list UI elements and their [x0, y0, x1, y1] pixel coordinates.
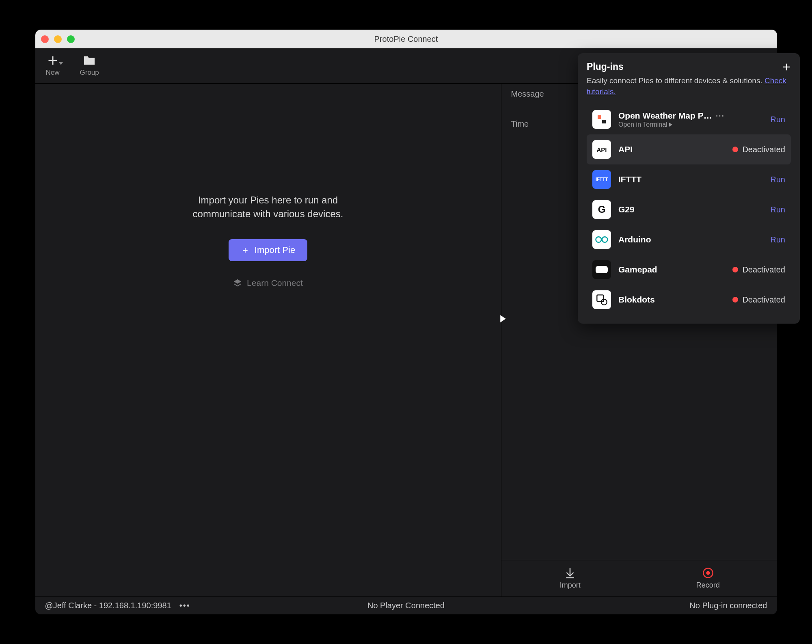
- plugin-status-label: Deactivated: [742, 265, 777, 274]
- plugin-row[interactable]: Blokdots Deactivated: [587, 285, 777, 315]
- titlebar: ProtoPie Connect: [35, 30, 777, 48]
- group-button[interactable]: Group: [80, 55, 99, 77]
- plugins-title: Plug-ins: [587, 61, 624, 72]
- right-action-bar: Import Record: [501, 560, 777, 596]
- left-pane: Import your Pies here to run and communi…: [35, 84, 501, 596]
- record-action-label: Record: [696, 581, 720, 590]
- plugin-run-button[interactable]: Run: [770, 235, 777, 244]
- collapse-handle[interactable]: [500, 315, 506, 322]
- new-button[interactable]: New: [46, 55, 60, 77]
- plugin-subline[interactable]: Open in Terminal: [618, 121, 741, 128]
- plugin-name: Blokdots: [618, 295, 655, 305]
- svg-point-14: [602, 237, 608, 242]
- close-window-button[interactable]: [41, 35, 49, 43]
- plugins-sub-text: Easily connect Pies to different devices…: [587, 76, 764, 85]
- svg-point-8: [706, 571, 710, 575]
- status-user-address: @Jeff Clarke - 192.168.1.190:9981: [45, 601, 171, 610]
- plugin-row[interactable]: Gamepad Deactivated: [587, 255, 777, 285]
- app-window: ProtoPie Connect New Group: [35, 30, 777, 614]
- plugin-icon: [592, 290, 611, 309]
- plugin-name: G29: [618, 205, 635, 214]
- plugin-row[interactable]: Open Weather Map P… ⋯ Open in Terminal R…: [587, 104, 777, 134]
- svg-rect-12: [602, 120, 606, 123]
- status-menu-button[interactable]: •••: [179, 601, 190, 610]
- plugin-run-button[interactable]: Run: [770, 205, 777, 214]
- svg-rect-15: [597, 295, 603, 302]
- empty-line-1: Import your Pies here to run and: [193, 193, 343, 207]
- svg-point-13: [596, 237, 602, 242]
- plugin-row[interactable]: G G29 Run: [587, 194, 777, 225]
- plugin-name: Open Weather Map P…: [618, 111, 712, 121]
- empty-state-text: Import your Pies here to run and communi…: [193, 193, 343, 220]
- plugins-panel: Plug-ins Easily connect Pies to differen…: [578, 53, 777, 324]
- plugin-name: API: [618, 145, 633, 154]
- plus-icon: [46, 55, 60, 66]
- traffic-lights: [41, 35, 75, 43]
- window-title: ProtoPie Connect: [374, 35, 438, 44]
- download-icon: [565, 567, 575, 579]
- plugin-icon: [592, 110, 611, 129]
- plugin-name: Arduino: [618, 235, 651, 244]
- layers-icon: [233, 279, 242, 287]
- import-action-label: Import: [560, 581, 581, 590]
- plugin-icon: G: [592, 200, 611, 219]
- plugin-row[interactable]: IFTTT IFTTT Run: [587, 164, 777, 194]
- plugin-status-label: Deactivated: [742, 295, 777, 305]
- plus-icon: ＋: [241, 246, 250, 255]
- import-pie-label: Import Pie: [255, 245, 295, 255]
- status-player: No Player Connected: [367, 601, 445, 610]
- plugin-list: Open Weather Map P… ⋯ Open in Terminal R…: [587, 104, 777, 315]
- status-dot-icon: [732, 267, 738, 272]
- plugin-more-button[interactable]: ⋯: [715, 110, 724, 121]
- plugin-row[interactable]: Arduino Run: [587, 225, 777, 255]
- status-dot-icon: [732, 297, 738, 303]
- import-pie-button[interactable]: ＋ Import Pie: [229, 239, 307, 261]
- plugin-row[interactable]: API API Deactivated: [587, 134, 777, 164]
- empty-line-2: communicate with various devices.: [193, 207, 343, 221]
- plugin-run-button[interactable]: Run: [770, 175, 777, 184]
- plugin-run-button[interactable]: Run: [770, 115, 777, 124]
- status-dot-icon: [732, 147, 738, 152]
- record-action-button[interactable]: Record: [639, 560, 777, 596]
- learn-connect-label: Learn Connect: [247, 278, 303, 288]
- plugin-icon: API: [592, 140, 611, 159]
- maximize-window-button[interactable]: [67, 35, 75, 43]
- import-action-button[interactable]: Import: [501, 560, 639, 596]
- statusbar: @Jeff Clarke - 192.168.1.190:9981 ••• No…: [35, 596, 777, 614]
- folder-icon: [82, 55, 96, 66]
- plugins-subtitle: Easily connect Pies to different devices…: [587, 76, 777, 97]
- minimize-window-button[interactable]: [54, 35, 62, 43]
- group-label: Group: [80, 69, 99, 77]
- record-icon: [702, 567, 714, 579]
- plugin-name: Gamepad: [618, 265, 657, 274]
- plugin-icon: [592, 230, 611, 249]
- status-plugin: No Plug-in connected: [689, 601, 767, 610]
- svg-rect-11: [598, 115, 601, 119]
- plugin-status-label: Deactivated: [742, 145, 777, 154]
- plugin-name: IFTTT: [618, 175, 641, 184]
- learn-connect-link[interactable]: Learn Connect: [233, 278, 303, 288]
- new-label: New: [46, 69, 60, 77]
